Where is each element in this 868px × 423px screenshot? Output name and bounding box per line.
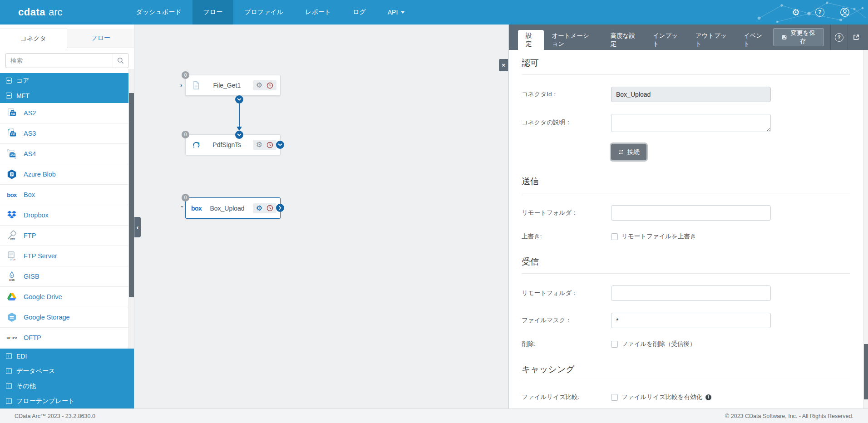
connector-id-label: コネクタId： <box>522 90 611 98</box>
overwrite-option-label: リモートファイルを上書き <box>621 232 696 241</box>
connect-button[interactable]: 接続 <box>611 144 646 160</box>
sidebar-item-ftp[interactable]: FTP FTP <box>0 226 134 246</box>
node-settings-gear-icon[interactable] <box>256 82 262 89</box>
search-area <box>0 48 134 73</box>
sidebar-item-as4[interactable]: AS4 AS4 <box>0 144 134 164</box>
node-actions <box>253 140 276 150</box>
group-edi[interactable]: EDI <box>0 349 134 364</box>
tab-settings[interactable]: 設定 <box>518 30 544 50</box>
node-box-upload[interactable]: box Box_Upload <box>185 197 281 219</box>
sidebar-item-dropbox[interactable]: Dropbox <box>0 205 134 226</box>
chevron-down-icon <box>401 11 404 14</box>
sidebar-collapse-handle[interactable] <box>134 217 141 237</box>
file-size-compare-checkbox[interactable] <box>611 394 618 401</box>
connector-id-input[interactable] <box>611 87 771 102</box>
send-remote-folder-input[interactable] <box>611 205 771 221</box>
nav-item-profile[interactable]: プロファイル <box>233 0 294 25</box>
panel-close-button[interactable] <box>499 59 508 71</box>
node-label: File_Get1 <box>201 82 253 89</box>
app-logo[interactable]: cdata arc <box>0 0 80 25</box>
group-mft[interactable]: MFT <box>0 88 134 103</box>
tab-output[interactable]: アウトプット <box>688 30 736 50</box>
search-button[interactable] <box>113 54 128 68</box>
main-row: コネクタ フロー コア MFT <box>0 25 868 408</box>
flow-edge-arrowhead <box>237 127 242 131</box>
tab-connectors[interactable]: コネクタ <box>0 29 67 48</box>
delete-checkbox[interactable] <box>611 341 618 348</box>
sidebar-scrollbar-thumb[interactable] <box>129 93 134 297</box>
node-input-chevron-icon[interactable] <box>180 202 184 209</box>
node-label: PdfSignTs <box>201 141 253 148</box>
open-external-button[interactable] <box>848 25 864 50</box>
node-schedule-clock-icon[interactable] <box>266 142 273 148</box>
panel-scrollbar[interactable] <box>863 50 868 408</box>
file-icon <box>191 80 201 90</box>
settings-panel: 設定 オートメーション 高度な設定 インプット アウトプット イベント 変更を保… <box>508 25 868 408</box>
nav-item-log[interactable]: ログ <box>342 0 377 25</box>
node-schedule-clock-icon[interactable] <box>266 205 273 212</box>
nav-item-dashboard[interactable]: ダッシュボード <box>125 0 192 25</box>
tab-input[interactable]: インプット <box>645 30 688 50</box>
sidebar-scrollbar[interactable] <box>128 69 134 349</box>
tab-events[interactable]: イベント <box>736 30 773 50</box>
connector-description-label: コネクタの説明： <box>522 118 611 127</box>
transfer-arrows-icon <box>618 149 624 155</box>
expand-plus-icon <box>6 368 12 374</box>
sidebar-item-gisb[interactable]: GISB GISB <box>0 266 134 287</box>
receive-remote-folder-input[interactable] <box>611 285 771 301</box>
group-database[interactable]: データベース <box>0 364 134 379</box>
node-file-get1[interactable]: File_Get1 <box>185 75 281 96</box>
group-core[interactable]: コア <box>0 73 134 88</box>
group-flow-templates[interactable]: フローテンプレート <box>0 393 134 408</box>
delete-label: 削除: <box>522 340 611 348</box>
panel-actions: 変更を保存 ? <box>773 25 864 50</box>
sidebar-item-google-storage[interactable]: Google Storage <box>0 307 134 328</box>
as4-icon: AS4 <box>6 148 17 159</box>
tab-automation[interactable]: オートメーション <box>544 30 602 50</box>
node-settings-gear-icon[interactable] <box>256 141 262 148</box>
search-input[interactable] <box>5 53 128 68</box>
settings-gear-icon[interactable] <box>792 8 800 17</box>
sidebar-item-as2[interactable]: AS2 AS2 <box>0 103 134 123</box>
gisb-icon: GISB <box>6 271 17 282</box>
bottom-groups: EDI データベース その他 フローテンプレート <box>0 349 134 408</box>
node-actions <box>253 80 276 90</box>
node-output-port[interactable] <box>276 141 284 149</box>
connector-description-input[interactable] <box>611 114 771 132</box>
panel-scrollbar-thumb[interactable] <box>864 344 868 399</box>
file-size-compare-option-label: ファイルサイズ比較を有効化 <box>621 393 702 401</box>
sidebar-item-as3[interactable]: AS3 AS3 <box>0 123 134 144</box>
node-input-chevron-icon[interactable] <box>180 82 182 89</box>
nav-item-api[interactable]: API <box>377 0 416 25</box>
nav-item-report[interactable]: レポート <box>294 0 342 25</box>
nav-item-flow[interactable]: フロー <box>192 0 234 25</box>
help-icon[interactable]: ? <box>815 8 824 17</box>
node-input-port[interactable] <box>235 131 243 139</box>
flow-canvas[interactable]: 0 File_Get1 0 PdfSignTs <box>134 25 508 408</box>
node-settings-gear-icon[interactable] <box>256 205 262 212</box>
sidebar-item-google-drive[interactable]: Google Drive <box>0 287 134 307</box>
tab-advanced[interactable]: 高度な設定 <box>603 30 645 50</box>
sidebar-item-ftp-server[interactable]: FTP FTP Server <box>0 246 134 266</box>
sidebar-item-oftp[interactable]: OFTP2 OFTP <box>0 328 134 348</box>
account-icon[interactable] <box>840 7 850 17</box>
group-other[interactable]: その他 <box>0 379 134 393</box>
panel-help-button[interactable]: ? <box>831 25 848 50</box>
sidebar-item-box[interactable]: box Box <box>0 185 134 205</box>
file-mask-input[interactable] <box>611 313 771 328</box>
save-changes-button[interactable]: 変更を保存 <box>773 28 824 46</box>
sidebar-item-azure-blob[interactable]: Azure Blob <box>0 164 134 185</box>
ftp-icon: FTP <box>6 230 17 241</box>
file-mask-label: ファイルマスク： <box>522 316 611 325</box>
flow-edge <box>239 103 240 127</box>
node-schedule-clock-icon[interactable] <box>266 82 273 89</box>
overwrite-checkbox[interactable] <box>611 233 618 240</box>
node-output-port[interactable] <box>235 95 243 103</box>
tab-flows[interactable]: フロー <box>67 29 134 48</box>
node-pdfsignts[interactable]: PdfSignTs <box>185 134 281 155</box>
file-size-compare-label: ファイルサイズ比較: <box>522 393 611 401</box>
node-output-port[interactable] <box>276 204 284 212</box>
info-icon[interactable] <box>705 394 711 400</box>
svg-text:FTP: FTP <box>10 238 15 241</box>
message-count-badge: 0 <box>182 194 189 202</box>
